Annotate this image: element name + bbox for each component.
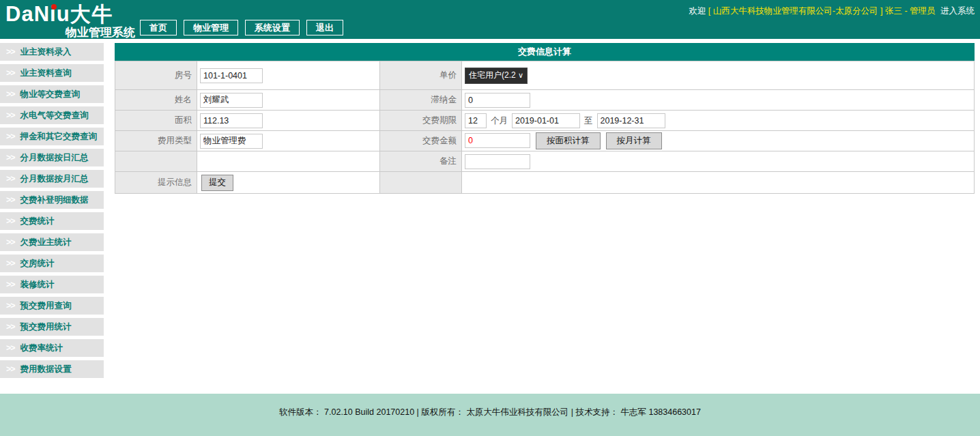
double-chevron-icon: >> xyxy=(6,343,15,353)
sidebar-item-label: 欠费业主统计 xyxy=(20,237,72,247)
late-fee-input[interactable] xyxy=(465,93,530,108)
sidebar-item-label: 收费率统计 xyxy=(20,343,63,353)
logo-red-dot-icon xyxy=(51,4,57,10)
current-user: 张三 - 管理员 xyxy=(885,6,936,16)
double-chevron-icon: >> xyxy=(6,111,15,120)
main-content: 交费信息计算 房号 单价 住宅用户(2.2 ∨ 姓名 滞纳金 xyxy=(115,43,975,194)
double-chevron-icon: >> xyxy=(6,259,15,268)
sidebar-item-deposit-other-fee-query[interactable]: >>押金和其它交费查询 xyxy=(0,128,104,145)
sidebar-item-label: 水电气等交费查询 xyxy=(20,111,89,120)
brand-chinese: 大牛 xyxy=(70,3,114,25)
sidebar-menu: >>业主资料录入 >>业主资料查询 >>物业等交费查询 >>水电气等交费查询 >… xyxy=(0,43,104,381)
calc-by-area-button[interactable]: 按面积计算 xyxy=(536,132,601,149)
sidebar-item-owner-data-query[interactable]: >>业主资料查询 xyxy=(0,64,104,82)
table-row: 姓名 滞纳金 xyxy=(115,90,975,111)
payment-period-label: 交费期限 xyxy=(380,111,462,131)
nav-logout-button[interactable]: 退出 xyxy=(306,20,343,35)
welcome-bar: 欢迎 [ 山西大牛科技物业管理有限公司-太原分公司 ] 张三 - 管理员 进入系… xyxy=(689,5,975,17)
welcome-text: 欢迎 xyxy=(689,6,706,16)
sidebar-item-arrears-owner-statistics[interactable]: >>欠费业主统计 xyxy=(0,233,104,251)
sidebar-item-handover-statistics[interactable]: >>交房统计 xyxy=(0,255,104,272)
double-chevron-icon: >> xyxy=(6,364,15,374)
sidebar-item-label: 业主资料录入 xyxy=(20,47,72,57)
owner-name-label: 姓名 xyxy=(115,90,197,111)
logo: DaNiu大牛 物业管理系统 xyxy=(5,1,136,40)
sidebar-item-label: 交费统计 xyxy=(20,216,55,226)
sidebar-item-utilities-fee-query[interactable]: >>水电气等交费查询 xyxy=(0,106,104,124)
sidebar-item-prepaid-fee-query[interactable]: >>预交费用查询 xyxy=(0,297,104,315)
payment-amount-input[interactable] xyxy=(465,133,530,148)
sidebar-item-prepaid-fee-statistics[interactable]: >>预交费用统计 xyxy=(0,318,104,336)
sidebar-item-fee-data-settings[interactable]: >>费用数据设置 xyxy=(0,360,104,378)
sidebar-item-renovation-statistics[interactable]: >>装修统计 xyxy=(0,276,104,293)
fee-type-input[interactable] xyxy=(200,134,263,149)
empty-label-cell xyxy=(115,151,197,172)
sidebar-item-fee-statistics[interactable]: >>交费统计 xyxy=(0,212,104,230)
table-row: 房号 单价 住宅用户(2.2 ∨ xyxy=(115,61,975,90)
double-chevron-icon: >> xyxy=(6,47,15,57)
double-chevron-icon: >> xyxy=(6,195,15,205)
nav-system-settings-button[interactable]: 系统设置 xyxy=(245,20,300,35)
empty-value-cell xyxy=(462,172,975,194)
owner-name-input[interactable] xyxy=(200,93,263,108)
end-date-input[interactable] xyxy=(597,113,665,128)
months-unit-text: 个月 xyxy=(491,116,508,126)
remark-input[interactable] xyxy=(465,154,530,169)
area-input[interactable] xyxy=(200,113,263,128)
room-number-label: 房号 xyxy=(115,61,197,90)
sidebar-item-label: 预交费用查询 xyxy=(20,301,72,310)
submit-button[interactable]: 提交 xyxy=(201,175,233,191)
chevron-down-icon: ∨ xyxy=(518,71,523,80)
page: DaNiu大牛 物业管理系统 首页 物业管理 系统设置 退出 欢迎 [ 山西大牛… xyxy=(0,0,980,436)
to-text: 至 xyxy=(584,116,593,126)
double-chevron-icon: >> xyxy=(6,280,15,289)
sidebar-item-label: 物业等交费查询 xyxy=(20,89,81,99)
sidebar-item-label: 押金和其它交费查询 xyxy=(20,132,98,141)
sidebar-item-label: 装修统计 xyxy=(20,280,55,289)
double-chevron-icon: >> xyxy=(6,132,15,141)
start-date-input[interactable] xyxy=(512,113,580,128)
main-nav: 首页 物业管理 系统设置 退出 xyxy=(140,20,343,35)
tip-message-label: 提示信息 xyxy=(115,172,197,194)
room-number-input[interactable] xyxy=(200,68,263,83)
fee-type-label: 费用类型 xyxy=(115,131,197,151)
brand-line: DaNiu大牛 xyxy=(5,1,136,29)
sidebar-item-monthly-data-by-month[interactable]: >>分月数据按月汇总 xyxy=(0,170,104,188)
table-row: 提示信息 提交 xyxy=(115,172,975,194)
form-title: 交费信息计算 xyxy=(115,43,975,61)
empty-label-cell xyxy=(380,172,462,194)
enter-system-link[interactable]: 进入系统 xyxy=(940,6,975,16)
sidebar-item-monthly-data-by-day[interactable]: >>分月数据按日汇总 xyxy=(0,149,104,166)
double-chevron-icon: >> xyxy=(6,174,15,184)
company-name: [ 山西大牛科技物业管理有限公司-太原分公司 ] xyxy=(708,6,883,16)
unit-price-select[interactable]: 住宅用户(2.2 ∨ xyxy=(465,68,528,84)
area-label: 面积 xyxy=(115,111,197,131)
sidebar-item-label: 分月数据按日汇总 xyxy=(20,153,89,162)
footer-text: 软件版本： 7.02.10 Build 20170210 | 版权所有： 太原大… xyxy=(0,394,980,418)
remark-label: 备注 xyxy=(380,151,462,172)
sidebar-item-label: 交房统计 xyxy=(20,259,55,268)
unit-price-label: 单价 xyxy=(380,61,462,90)
sidebar-item-fee-supplement-detail[interactable]: >>交费补登明细数据 xyxy=(0,191,104,209)
calc-by-month-button[interactable]: 按月计算 xyxy=(606,132,662,149)
sidebar-item-label: 费用数据设置 xyxy=(20,364,72,374)
nav-property-management-button[interactable]: 物业管理 xyxy=(184,20,238,35)
double-chevron-icon: >> xyxy=(6,153,15,162)
late-fee-label: 滞纳金 xyxy=(380,90,462,111)
nav-home-button[interactable]: 首页 xyxy=(140,20,177,35)
double-chevron-icon: >> xyxy=(6,216,15,226)
fee-form-table: 房号 单价 住宅用户(2.2 ∨ 姓名 滞纳金 面积 交费期限 xyxy=(115,61,975,194)
months-input[interactable] xyxy=(465,113,487,128)
sidebar-item-property-fee-query[interactable]: >>物业等交费查询 xyxy=(0,85,104,103)
table-row: 备注 xyxy=(115,151,975,172)
sidebar-item-label: 业主资料查询 xyxy=(20,68,72,78)
page-footer: 软件版本： 7.02.10 Build 20170210 | 版权所有： 太原大… xyxy=(0,394,980,436)
sidebar-item-label: 预交费用统计 xyxy=(20,322,72,332)
double-chevron-icon: >> xyxy=(6,89,15,99)
sidebar-item-collection-rate-statistics[interactable]: >>收费率统计 xyxy=(0,339,104,357)
table-row: 费用类型 交费金额 按面积计算按月计算 xyxy=(115,131,975,151)
unit-price-selected-value: 住宅用户(2.2 xyxy=(469,70,516,81)
sidebar-item-owner-data-entry[interactable]: >>业主资料录入 xyxy=(0,43,104,61)
table-row: 面积 交费期限 个月至 xyxy=(115,111,975,131)
double-chevron-icon: >> xyxy=(6,68,15,78)
